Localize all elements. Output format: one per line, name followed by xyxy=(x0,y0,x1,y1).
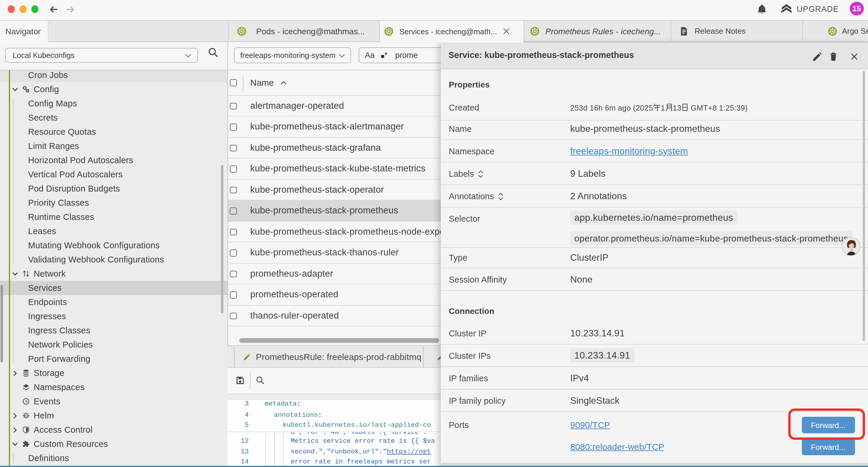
svg-text:HELM: HELM xyxy=(23,415,29,417)
